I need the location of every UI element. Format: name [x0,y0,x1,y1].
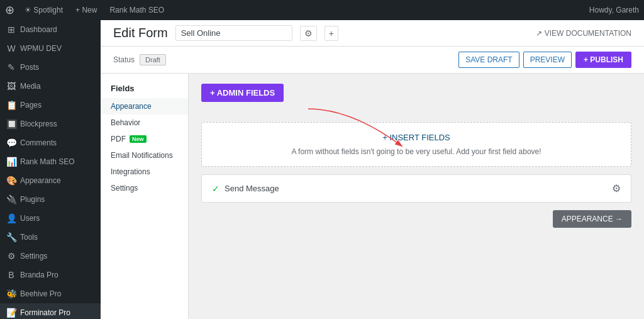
sidebar-label-posts: Posts [20,63,39,72]
send-message-section: ✓ Send Message ⚙ [201,174,631,203]
sidebar-item-tools[interactable]: 🔧 Tools [0,228,101,247]
send-message-settings-button[interactable]: ⚙ [612,182,621,194]
sidebar-label-beehive: Beehive Pro [20,289,61,298]
sidebar-item-forminator[interactable]: 📝 Forminator Pro [0,303,101,319]
sidebar: ⊞ Dashboard W WPMU DEV ✎ Posts 🖼 Media 📋… [0,20,101,319]
sidebar-label-dashboard: Dashboard [20,25,57,34]
preview-button[interactable]: PREVIEW [523,52,572,68]
sidebar-label-branda: Branda Pro [20,271,58,279]
gear-settings-button[interactable]: ⚙ [300,26,317,41]
dashboard-icon: ⊞ [6,25,16,35]
sidebar-item-settings[interactable]: ⚙ Settings [0,247,101,266]
add-fields-button[interactable]: + ADMIN FIELDS [201,84,284,102]
pages-icon: 📋 [6,100,16,110]
status-badge: Draft [140,54,166,65]
fields-nav-settings[interactable]: Settings [101,180,188,196]
sidebar-item-users[interactable]: 👤 Users [0,209,101,228]
sidebar-item-branda[interactable]: B Branda Pro [0,266,101,284]
sidebar-item-media[interactable]: 🖼 Media [0,77,101,96]
sidebar-label-forminator: Forminator Pro [20,308,70,317]
sidebar-item-beehive[interactable]: 🐝 Beehive Pro [0,284,101,303]
save-draft-button[interactable]: SAVE DRAFT [458,52,519,68]
add-field-button[interactable]: + [325,26,338,41]
comments-icon: 💬 [6,138,16,148]
view-docs-label: VIEW DOCUMENTATION [545,29,631,38]
sidebar-item-dashboard[interactable]: ⊞ Dashboard [0,20,101,39]
tools-icon: 🔧 [6,232,16,242]
fields-nav-pdf[interactable]: PDF New [101,131,188,147]
beehive-icon: 🐝 [6,289,16,299]
checkmark-icon: ✓ [212,184,219,194]
insert-fields-button[interactable]: + INSERT FIELDS [382,133,450,142]
wp-logo-icon: ⊕ [5,3,14,17]
media-icon: 🖼 [6,81,16,91]
forminator-icon: 📝 [6,308,16,318]
sidebar-label-plugins: Plugins [20,195,45,204]
form-builder: + ADMIN FIELDS + INSERT FIELDS A [189,74,644,319]
sidebar-item-blockpress[interactable]: 🔲 Blockpress [0,115,101,133]
admin-bar-new[interactable]: + New [70,0,102,20]
sidebar-item-comments[interactable]: 💬 Comments [0,133,101,152]
toolbar-right: SAVE DRAFT PREVIEW + PUBLISH [458,52,631,68]
fields-nav-appearance[interactable]: Appearance [101,98,188,115]
content-area: Fields Appearance Behavior PDF New Email… [101,74,644,319]
page-title: Edit Form [113,26,168,40]
sidebar-label-tools: Tools [20,233,38,242]
form-name-input[interactable] [175,25,292,41]
sidebar-item-posts[interactable]: ✎ Posts [0,58,101,77]
fields-panel-header: Fields [101,81,188,98]
main-content: Edit Form ⚙ + ↗ VIEW DOCUMENTATION Statu… [101,20,644,319]
page-header: Edit Form ⚙ + ↗ VIEW DOCUMENTATION [101,20,644,47]
sidebar-item-appearance[interactable]: 🎨 Appearance [0,171,101,190]
appearance-icon: 🎨 [6,176,16,186]
insert-fields-hint: A form without fields isn't going to be … [212,147,621,156]
layout: ⊞ Dashboard W WPMU DEV ✎ Posts 🖼 Media 📋… [0,20,644,319]
admin-bar-items: ☀ Spotlight + New Rank Math SEO [19,0,589,20]
sidebar-label-pages: Pages [20,101,42,109]
sidebar-item-plugins[interactable]: 🔌 Plugins [0,190,101,209]
sidebar-item-pages[interactable]: 📋 Pages [0,96,101,115]
admin-bar-rank-math[interactable]: Rank Math SEO [104,0,169,20]
send-message-left: ✓ Send Message [212,184,279,194]
sidebar-item-rank-math[interactable]: 📊 Rank Math SEO [0,152,101,171]
appearance-section: APPEARANCE → [201,210,631,228]
fields-panel: Fields Appearance Behavior PDF New Email… [101,74,189,319]
sidebar-menu: ⊞ Dashboard W WPMU DEV ✎ Posts 🖼 Media 📋… [0,20,101,319]
sidebar-label-users: Users [20,214,40,223]
sidebar-label-media: Media [20,82,41,91]
toolbar: Status Draft SAVE DRAFT PREVIEW + PUBLIS… [101,47,644,74]
appearance-button[interactable]: APPEARANCE → [553,210,631,228]
pdf-label: PDF [111,135,126,143]
wpmu-icon: W [6,43,16,53]
fields-nav-email[interactable]: Email Notifications [101,147,188,164]
sidebar-label-rank-math: Rank Math SEO [20,157,75,166]
posts-icon: ✎ [6,62,16,72]
branda-icon: B [6,270,16,280]
admin-bar: ⊕ ☀ Spotlight + New Rank Math SEO Howdy,… [0,0,644,20]
send-message-label: Send Message [225,184,279,193]
external-link-icon: ↗ [536,29,542,38]
sidebar-label-wpmu: WPMU DEV [20,44,62,53]
rank-math-icon: 📊 [6,157,16,167]
fields-nav-behavior[interactable]: Behavior [101,115,188,131]
sidebar-label-settings: Settings [20,252,47,260]
sidebar-item-wpmu[interactable]: W WPMU DEV [0,39,101,58]
sidebar-label-blockpress: Blockpress [20,120,57,128]
publish-button[interactable]: + PUBLISH [575,52,631,68]
users-icon: 👤 [6,213,16,223]
fields-nav-integrations[interactable]: Integrations [101,164,188,180]
settings-icon: ⚙ [6,251,16,261]
status-label: Status [113,55,135,64]
plugins-icon: 🔌 [6,194,16,204]
admin-bar-spotlight[interactable]: ☀ Spotlight [19,0,68,20]
insert-fields-area: + INSERT FIELDS A form without fields is… [201,122,631,167]
view-docs-button[interactable]: ↗ VIEW DOCUMENTATION [536,29,631,38]
sidebar-label-appearance: Appearance [20,176,61,185]
blockpress-icon: 🔲 [6,119,16,129]
new-badge: New [130,135,147,143]
sidebar-label-comments: Comments [20,138,57,147]
admin-bar-howdy: Howdy, Gareth [589,6,639,14]
